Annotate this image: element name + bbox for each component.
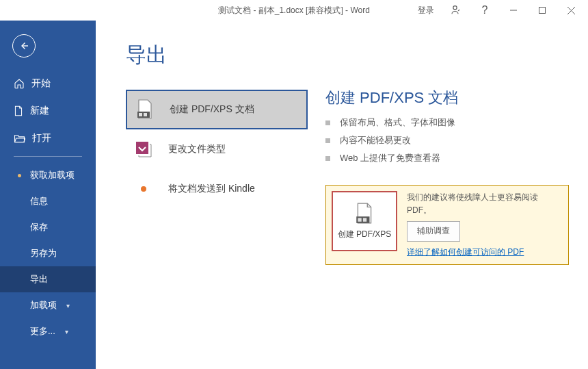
sidebar-item-new[interactable]: 新建 xyxy=(0,97,96,125)
sidebar-item-label: 获取加载项 xyxy=(30,169,75,181)
sidebar-item-export[interactable]: 导出 xyxy=(0,266,96,292)
sidebar-divider xyxy=(14,156,82,157)
sidebar-item-label: 信息 xyxy=(30,195,48,207)
detail-title: 创建 PDF/XPS 文档 xyxy=(325,88,569,108)
svg-rect-2 xyxy=(539,8,546,14)
svg-rect-9 xyxy=(136,142,148,154)
login-link[interactable]: 登录 xyxy=(411,5,441,16)
export-option-label: 更改文件类型 xyxy=(168,143,226,155)
minimize-button[interactable] xyxy=(500,0,527,21)
change-type-icon xyxy=(134,140,153,159)
sidebar-item-home[interactable]: 开始 xyxy=(0,70,96,97)
accessibility-panel: 创建 PDF/XPS 我们的建议将使残障人士更容易阅读 PDF。 辅助调查 详细… xyxy=(325,185,569,265)
detail-bullet: 内容不能轻易更改 xyxy=(325,134,569,147)
chevron-down-icon: ▾ xyxy=(65,328,68,335)
chevron-down-icon: ▾ xyxy=(66,302,70,309)
kindle-bullet-icon xyxy=(141,186,146,192)
detail-bullet: 保留布局、格式、字体和图像 xyxy=(325,116,569,129)
back-button[interactable] xyxy=(12,34,36,58)
create-pdf-label: 创建 PDF/XPS xyxy=(338,229,392,240)
page-title: 导出 xyxy=(126,41,316,69)
sidebar-item-open[interactable]: 打开 xyxy=(0,125,96,152)
export-option-kindle[interactable]: 将文档发送到 Kindle xyxy=(126,169,308,209)
accessibility-info-text: 我们的建议将使残障人士更容易阅读 PDF。 xyxy=(407,191,563,217)
titlebar: 测试文档 - 副本_1.docx [兼容模式] - Word 登录 ? xyxy=(0,0,588,21)
sidebar-item-label: 另存为 xyxy=(30,247,57,259)
open-folder-icon xyxy=(14,133,25,143)
sidebar-item-saveas[interactable]: 另存为 xyxy=(0,240,96,266)
sidebar-item-addins2[interactable]: 加载项▾ xyxy=(0,292,96,318)
accessibility-learn-link[interactable]: 详细了解如何创建可访问的 PDF xyxy=(407,247,524,257)
export-option-changetype[interactable]: 更改文件类型 xyxy=(126,129,308,169)
svg-rect-12 xyxy=(363,218,366,221)
svg-rect-7 xyxy=(139,113,142,116)
sidebar-item-addins[interactable]: 获取加载项 xyxy=(0,162,96,188)
home-icon xyxy=(14,78,25,89)
sidebar-item-label: 加载项 xyxy=(30,299,57,311)
sidebar-item-label: 新建 xyxy=(30,105,49,117)
detail-bullet-list: 保留布局、格式、字体和图像 内容不能轻易更改 Web 上提供了免费查看器 xyxy=(325,116,569,164)
export-option-label: 将文档发送到 Kindle xyxy=(168,183,255,195)
detail-bullet: Web 上提供了免费查看器 xyxy=(325,152,569,164)
export-option-pdf[interactable]: 创建 PDF/XPS 文档 xyxy=(126,90,308,129)
maximize-button[interactable] xyxy=(529,0,556,21)
sidebar-item-save[interactable]: 保存 xyxy=(0,214,96,240)
sidebar-item-label: 更多... xyxy=(30,325,55,338)
assist-check-button[interactable]: 辅助调查 xyxy=(407,221,460,241)
sidebar-item-info[interactable]: 信息 xyxy=(0,188,96,214)
backstage-sidebar: 开始 新建 打开 获取加载项 信息 保存 另存为 导出 加载项▾ xyxy=(0,21,96,369)
sidebar-item-label: 开始 xyxy=(31,77,51,90)
sidebar-item-more[interactable]: 更多...▾ xyxy=(0,318,96,344)
pdf-icon xyxy=(135,100,155,119)
create-pdf-button[interactable]: 创建 PDF/XPS xyxy=(332,191,397,251)
new-doc-icon xyxy=(14,105,23,116)
close-button[interactable] xyxy=(557,0,585,21)
account-icon[interactable] xyxy=(442,0,470,21)
sidebar-item-label: 打开 xyxy=(32,132,51,144)
sidebar-item-label: 保存 xyxy=(30,221,48,233)
export-option-label: 创建 PDF/XPS 文档 xyxy=(170,103,254,116)
sidebar-item-label: 导出 xyxy=(30,273,48,285)
pdf-icon xyxy=(355,203,374,225)
svg-point-0 xyxy=(453,6,457,10)
svg-rect-8 xyxy=(144,113,147,116)
new-indicator-icon xyxy=(18,174,21,177)
help-icon[interactable]: ? xyxy=(471,0,498,21)
svg-rect-11 xyxy=(358,218,361,221)
